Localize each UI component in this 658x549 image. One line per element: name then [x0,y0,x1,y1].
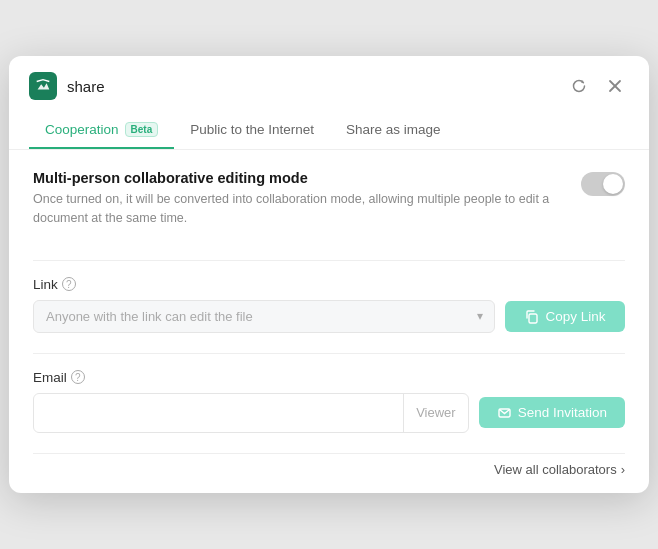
close-icon [608,79,622,93]
email-input-container: Viewer [33,393,469,433]
tab-cooperation-label: Cooperation [45,122,119,137]
header-actions [565,72,629,100]
send-invitation-button[interactable]: Send Invitation [479,397,625,428]
viewer-label: Viewer [403,394,468,432]
refresh-icon [571,78,587,94]
divider-1 [33,260,625,261]
dialog-header: share [9,56,649,100]
send-icon [497,405,512,420]
app-logo [29,72,57,100]
email-section: Email ? Viewer Send Invitation [33,370,625,433]
dialog-title: share [67,78,565,95]
collab-description: Once turned on, it will be converted int… [33,190,553,228]
copy-icon [524,309,539,324]
tab-cooperation[interactable]: Cooperation Beta [29,112,174,149]
email-field-label: Email ? [33,370,625,385]
close-button[interactable] [601,72,629,100]
collab-toggle-row: Multi-person collaborative editing mode … [33,170,625,240]
link-section: Link ? Anyone with the link can edit the… [33,277,625,333]
refresh-button[interactable] [565,72,593,100]
tab-public[interactable]: Public to the Internet [174,112,330,149]
link-row: Anyone with the link can edit the file A… [33,300,625,333]
collab-title: Multi-person collaborative editing mode [33,170,581,186]
tabs-bar: Cooperation Beta Public to the Internet … [9,112,649,150]
tab-public-label: Public to the Internet [190,122,314,137]
email-label-text: Email [33,370,67,385]
email-input[interactable] [34,396,393,429]
link-permission-select[interactable]: Anyone with the link can edit the file A… [33,300,495,333]
send-invitation-label: Send Invitation [518,405,607,420]
view-all-label: View all collaborators [494,462,617,477]
tab-share-image[interactable]: Share as image [330,112,457,149]
link-help-icon[interactable]: ? [62,277,76,291]
copy-link-label: Copy Link [545,309,605,324]
tab-share-image-label: Share as image [346,122,441,137]
collab-section: Multi-person collaborative editing mode … [33,170,625,240]
beta-badge: Beta [125,122,159,137]
copy-link-button[interactable]: Copy Link [505,301,625,332]
divider-2 [33,353,625,354]
link-label-text: Link [33,277,58,292]
share-dialog: share Cooperation Beta Public to the In [9,56,649,493]
collab-toggle-text: Multi-person collaborative editing mode … [33,170,581,240]
collab-toggle[interactable] [581,172,625,196]
email-help-icon[interactable]: ? [71,370,85,384]
svg-rect-2 [529,314,537,323]
link-field-label: Link ? [33,277,625,292]
footer-row: View all collaborators › [33,453,625,477]
email-input-row: Viewer Send Invitation [33,393,625,433]
view-all-collaborators-link[interactable]: View all collaborators › [494,462,625,477]
link-select-wrapper: Anyone with the link can edit the file A… [33,300,495,333]
chevron-right-icon: › [621,462,625,477]
dialog-content: Multi-person collaborative editing mode … [9,150,649,493]
